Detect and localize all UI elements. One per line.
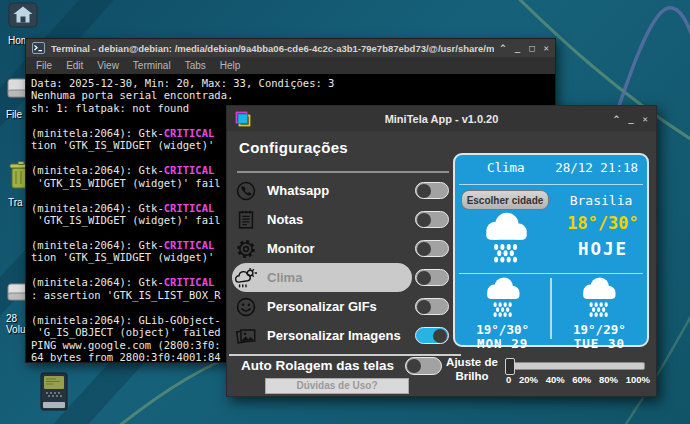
brightness-slider[interactable] [507,362,645,370]
brightness-tick-label: 0 [506,374,511,385]
toggle-clima[interactable] [415,269,449,286]
toggle-knob [417,300,431,314]
brightness-tick-label: 60% [572,374,591,385]
minitela-window: MiniTela App - v1.0.20 ^_✕ Configurações… [226,105,657,397]
gear-icon [233,238,259,260]
app-titlebar[interactable]: MiniTela App - v1.0.20 ^_✕ [227,106,656,131]
weather-title: Clima [487,160,525,175]
settings-row-label: Notas [267,212,303,227]
desktop: HomeFile SyTra28Volu Terminal - debian@d… [0,0,690,424]
settings-header: Configurações [239,139,348,156]
menu-item-edit[interactable]: Edit [66,60,83,71]
brightness-label: Ajuste de Brilho [437,355,507,383]
toggle-knob [433,329,447,343]
settings-row-personalizar-imagens[interactable]: Personalizar Imagens [233,321,449,350]
auto-scroll-label: Auto Rolagem das telas [241,358,394,373]
menu-item-view[interactable]: View [97,60,119,71]
terminal-maximize-button[interactable]: □ [529,43,534,53]
app-title: MiniTela App - v1.0.20 [227,113,656,125]
toggle-personalizar-imagens[interactable] [415,327,449,344]
weather-city: Brasilia [555,193,647,208]
today-label: HOJE [557,239,649,259]
toggle-knob [417,213,431,227]
settings-row-whatsapp[interactable]: Whatsapp [233,176,449,205]
terminal-app-icon [32,42,45,54]
weather-divider-top [459,184,643,185]
notes-icon [233,209,259,231]
selected-row-highlight [232,263,412,292]
critical-text: CRITICAL [164,127,215,139]
weather-panel: Clima 28/12 21:18 Escolher cidade Brasil… [453,153,649,347]
toggle-knob [417,184,431,198]
terminal-line: Nenhuma porta serial encontrada. [31,89,555,101]
today-temperature: 18°/30° [557,213,649,233]
critical-text: CRITICAL [164,239,215,251]
menu-item-file[interactable]: File [36,60,52,71]
menu-item-help[interactable]: Help [220,60,241,71]
brightness-tick-label: 40% [546,374,565,385]
menu-item-terminal[interactable]: Terminal [133,60,171,71]
rain-cloud-icon [480,276,526,323]
toggle-knob [407,359,421,373]
forecast-day: MON 29 [477,337,528,351]
weather-datetime: 28/12 21:18 [555,160,638,175]
toggle-knob [417,271,431,285]
app-close-button[interactable]: ✕ [643,114,648,124]
menu-item-tabs[interactable]: Tabs [185,60,206,71]
toggle-whatsapp[interactable] [415,182,449,199]
images-icon [233,325,259,347]
terminal-menubar: FileEditViewTerminalTabsHelp [26,57,555,74]
critical-text: CRITICAL [164,164,215,176]
critical-text: CRITICAL [164,276,215,288]
forecast-day: TUE 30 [574,337,625,351]
brightness-slider-handle[interactable] [505,358,515,375]
brightness-tick-label: 20% [519,374,538,385]
app-roll-up-button[interactable]: ^ [614,114,619,124]
settings-row-label: Clima [267,270,302,285]
removable-device-icon [38,372,94,416]
settings-row-clima[interactable]: Clima [233,263,449,292]
home-icon [8,2,64,32]
brightness-ticks: 020%40%60%80%100% [506,374,650,385]
terminal-minimize-button[interactable]: _ [515,43,520,53]
help-button[interactable]: Dúvidas de Uso? [265,378,409,394]
forecast-cell: 19°/29°TUE 30 [552,276,647,341]
terminal-line: Data: 2025-12-30, Min: 20, Max: 33, Cond… [31,77,555,89]
settings-row-label: Personalizar Imagens [267,328,401,343]
rain-cloud-icon [576,276,622,323]
terminal-close-button[interactable]: ✕ [544,43,549,53]
bottom-divider [229,354,461,356]
settings-row-label: Whatsapp [267,183,329,198]
forecast-temperature: 19°/29° [573,323,626,337]
toggle-monitor[interactable] [415,240,449,257]
forecast-temperature: 19°/30° [476,323,529,337]
terminal-title: Terminal - debian@debian: /media/debian/… [51,43,494,54]
smiley-icon [233,296,259,318]
terminal-roll-up-button[interactable]: ^ [500,43,505,53]
brightness-tick-label: 80% [599,374,618,385]
brightness-tick-label: 100% [626,374,650,385]
critical-text: CRITICAL [164,202,215,214]
rain-cloud-icon [477,211,535,269]
weather-divider-bottom [459,273,643,274]
minitela-app-icon [235,111,251,127]
desktop-icon-removable-device[interactable] [38,372,94,416]
choose-city-button[interactable]: Escolher cidade [461,190,549,210]
forecast-cell: 19°/30°MON 29 [455,276,550,341]
toggle-notas[interactable] [415,211,449,228]
settings-row-label: Monitor [267,241,315,256]
app-minimize-button[interactable]: _ [628,114,633,124]
whatsapp-icon [233,180,259,202]
settings-row-monitor[interactable]: Monitor [233,234,449,263]
forecast-row: 19°/30°MON 2919°/29°TUE 30 [455,276,647,341]
settings-row-notas[interactable]: Notas [233,205,449,234]
toggle-personalizar-gifs[interactable] [415,298,449,315]
settings-row-personalizar-gifs[interactable]: Personalizar GIFs [233,292,449,321]
toggle-knob [417,242,431,256]
weather-icon [233,267,259,289]
settings-header-divider [237,171,449,173]
terminal-titlebar[interactable]: Terminal - debian@debian: /media/debian/… [26,39,555,57]
settings-row-label: Personalizar GIFs [267,299,377,314]
